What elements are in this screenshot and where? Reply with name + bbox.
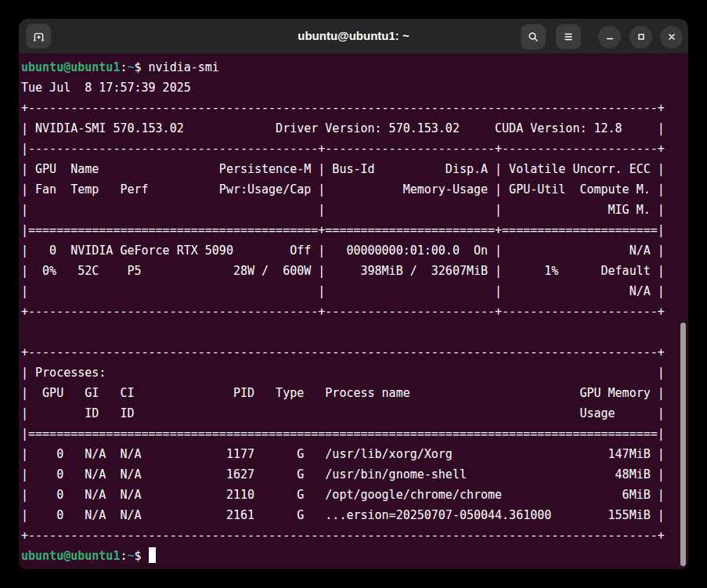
terminal-output-line: | GPU Name Persistence-M | Bus-Id Disp.A… <box>21 162 665 176</box>
command-text: nvidia-smi <box>149 60 219 74</box>
terminal-output-line: | 0 N/A N/A 1177 G /usr/lib/xorg/Xorg 14… <box>21 447 665 461</box>
terminal-output-line: |=======================================… <box>21 427 665 441</box>
scrollbar-thumb[interactable] <box>680 323 686 566</box>
terminal-output-line: | 0% 52C P5 28W / 600W | 398MiB / 32607M… <box>21 264 665 278</box>
search-button[interactable] <box>521 24 546 49</box>
minimize-icon <box>604 31 616 43</box>
terminal-output-line: | 0 N/A N/A 2110 G /opt/google/chrome/ch… <box>21 488 665 502</box>
terminal-output-line: |---------------------------------------… <box>21 142 665 156</box>
terminal-output-line: | 0 NVIDIA GeForce RTX 5090 Off | 000000… <box>21 243 665 258</box>
terminal-output: ubuntu@ubuntu1:~$ nvidia-smi Tue Jul 8 1… <box>19 53 688 566</box>
menu-button[interactable] <box>556 24 581 49</box>
terminal-output-line: | | | MIG M. | <box>21 203 665 217</box>
terminal-output-line: |=======================================… <box>21 223 665 237</box>
prompt-symbol: $ <box>135 60 149 74</box>
prompt-user-host: ubuntu@ubuntu1 <box>21 549 120 563</box>
prompt-path: ~ <box>127 60 134 74</box>
terminal-output-line: | Fan Temp Perf Pwr:Usage/Cap | Memory-U… <box>21 182 665 197</box>
hamburger-menu-icon <box>562 31 575 43</box>
titlebar[interactable]: ubuntu@ubuntu1: ~ <box>19 19 688 53</box>
close-icon <box>666 31 678 43</box>
terminal-output-line: | 0 N/A N/A 2161 G ...ersion=20250707-05… <box>21 508 665 522</box>
prompt-user-host: ubuntu@ubuntu1 <box>21 60 120 74</box>
terminal-output-line: | NVIDIA-SMI 570.153.02 Driver Version: … <box>21 121 665 135</box>
terminal-output-line: +---------------------------------------… <box>21 528 665 543</box>
terminal-cursor <box>149 547 156 563</box>
minimize-button[interactable] <box>598 26 621 49</box>
terminal-output-line: +---------------------------------------… <box>21 345 665 359</box>
terminal-output-line: +---------------------------------------… <box>21 101 665 115</box>
maximize-icon <box>635 31 647 43</box>
terminal-output-line: +---------------------------------------… <box>21 305 665 319</box>
prompt-path: ~ <box>127 549 134 563</box>
terminal-output-line: | 0 N/A N/A 1627 G /usr/bin/gnome-shell … <box>21 467 665 482</box>
new-tab-button[interactable] <box>26 23 51 49</box>
terminal-window: ubuntu@ubuntu1: ~ <box>19 19 688 569</box>
close-button[interactable] <box>660 26 683 49</box>
new-tab-icon <box>32 30 45 43</box>
terminal-output-line: | Processes: | <box>21 366 665 380</box>
terminal-output-line: Tue Jul 8 17:57:39 2025 <box>21 81 191 95</box>
terminal-output-line: | ID ID Usage | <box>21 406 665 420</box>
prompt-symbol: $ <box>135 549 149 563</box>
maximize-button[interactable] <box>629 26 652 49</box>
terminal-output-line: | | | N/A | <box>21 284 665 298</box>
terminal-output-line: | GPU GI CI PID Type Process name GPU Me… <box>21 386 665 400</box>
search-icon <box>527 31 539 43</box>
terminal-screen[interactable]: ubuntu@ubuntu1:~$ nvidia-smi Tue Jul 8 1… <box>19 53 688 569</box>
